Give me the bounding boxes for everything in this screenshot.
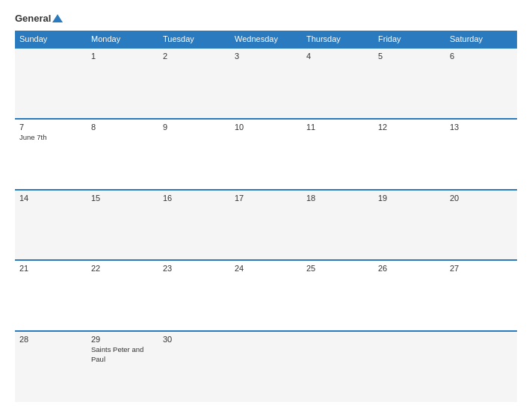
calendar-cell: 27 [445,260,517,331]
weekday-tuesday: Tuesday [158,31,230,48]
calendar-page: General SundayMondayTuesdayWednesdayThur… [0,0,532,411]
calendar-cell [445,331,517,402]
calendar-cell: 29Saints Peter and Paul [87,331,158,402]
day-number: 14 [19,194,82,203]
day-number: 30 [163,335,226,344]
day-number: 15 [91,194,154,203]
weekday-monday: Monday [87,31,158,48]
calendar-cell: 23 [158,260,230,331]
calendar-cell: 19 [374,190,445,261]
calendar-cell: 17 [230,190,302,261]
calendar-cell [230,331,302,402]
calendar-cell: 25 [302,260,374,331]
calendar-cell: 28 [15,331,87,402]
weekday-friday: Friday [374,31,445,48]
day-number: 1 [91,52,154,61]
calendar-cell: 5 [374,48,445,119]
logo: General [15,13,63,23]
calendar-cell [15,48,87,119]
calendar-cell: 18 [302,190,374,261]
calendar-cell: 21 [15,260,87,331]
day-number: 17 [235,194,297,203]
calendar-cell: 24 [230,260,302,331]
calendar-cell: 16 [158,190,230,261]
day-event: June 7th [19,133,82,142]
logo-general-text: General [15,13,63,23]
calendar-table: SundayMondayTuesdayWednesdayThursdayFrid… [15,31,517,402]
calendar-week-2: 7June 7th8910111213 [15,119,517,190]
calendar-cell: 30 [158,331,230,402]
calendar-cell: 12 [374,119,445,190]
day-number: 12 [378,123,441,132]
calendar-cell: 26 [374,260,445,331]
calendar-cell: 2 [158,48,230,119]
calendar-week-5: 2829Saints Peter and Paul30 [15,331,517,402]
logo-triangle-icon [52,14,63,22]
calendar-cell [302,331,374,402]
weekday-sunday: Sunday [15,31,87,48]
day-number: 26 [378,264,441,273]
weekday-header-row: SundayMondayTuesdayWednesdayThursdayFrid… [15,31,517,48]
day-number: 6 [450,52,513,61]
day-event: Saints Peter and Paul [91,345,154,364]
day-number: 18 [306,194,369,203]
day-number: 28 [19,335,82,344]
calendar-cell: 10 [230,119,302,190]
day-number: 2 [163,52,226,61]
day-number: 8 [91,123,154,132]
calendar-week-1: 123456 [15,48,517,119]
calendar-cell: 3 [230,48,302,119]
calendar-cell [374,331,445,402]
day-number: 11 [306,123,369,132]
calendar-cell: 4 [302,48,374,119]
calendar-cell: 6 [445,48,517,119]
day-number: 9 [163,123,226,132]
calendar-cell: 8 [87,119,158,190]
calendar-week-4: 21222324252627 [15,260,517,331]
calendar-cell: 22 [87,260,158,331]
day-number: 5 [378,52,441,61]
day-number: 22 [91,264,154,273]
day-number: 24 [235,264,297,273]
day-number: 13 [450,123,513,132]
calendar-cell: 9 [158,119,230,190]
weekday-thursday: Thursday [302,31,374,48]
calendar-week-3: 14151617181920 [15,190,517,261]
day-number: 3 [235,52,297,61]
day-number: 16 [163,194,226,203]
day-number: 4 [306,52,369,61]
calendar-cell: 11 [302,119,374,190]
day-number: 21 [19,264,82,273]
day-number: 25 [306,264,369,273]
day-number: 23 [163,264,226,273]
day-number: 29 [91,335,154,344]
day-number: 27 [450,264,513,273]
day-number: 7 [19,123,82,132]
calendar-header: General [15,13,517,23]
day-number: 20 [450,194,513,203]
calendar-cell: 7June 7th [15,119,87,190]
day-number: 19 [378,194,441,203]
weekday-wednesday: Wednesday [230,31,302,48]
weekday-saturday: Saturday [445,31,517,48]
calendar-cell: 20 [445,190,517,261]
calendar-cell: 1 [87,48,158,119]
day-number: 10 [235,123,297,132]
calendar-cell: 13 [445,119,517,190]
calendar-cell: 15 [87,190,158,261]
calendar-cell: 14 [15,190,87,261]
